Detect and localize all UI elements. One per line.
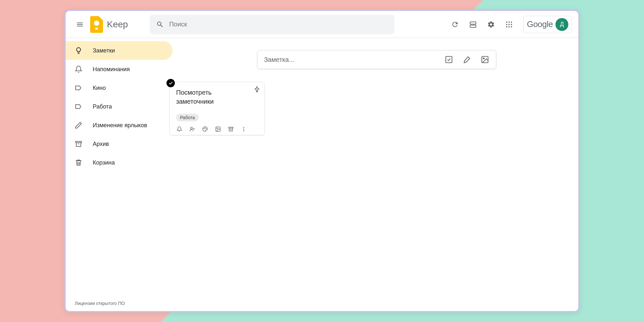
search-input[interactable] [169, 21, 388, 28]
sidebar-item-label: Изменение ярлыков [93, 122, 147, 129]
note-select-button[interactable] [166, 79, 175, 87]
new-checklist-button[interactable] [444, 55, 453, 64]
svg-point-18 [206, 128, 207, 129]
sidebar-item-label: Работа [93, 103, 112, 110]
avatar[interactable]: Д [555, 18, 568, 31]
compose-bar[interactable]: Заметка... [257, 50, 496, 69]
svg-point-5 [506, 24, 507, 25]
new-image-button[interactable] [480, 55, 489, 64]
bell-icon [75, 65, 82, 73]
svg-point-10 [511, 26, 512, 27]
refresh-button[interactable] [447, 17, 463, 32]
bell-icon [176, 126, 182, 132]
search-icon [156, 21, 164, 28]
new-drawing-button[interactable] [462, 55, 471, 64]
svg-point-4 [511, 21, 512, 23]
svg-point-7 [511, 24, 512, 25]
sidebar-item-label: Напоминания [93, 66, 130, 73]
note-more-button[interactable] [241, 126, 247, 132]
list-view-icon [469, 21, 477, 28]
more-vert-icon [241, 126, 247, 132]
archive-icon [228, 126, 234, 132]
svg-point-20 [217, 128, 217, 128]
svg-point-22 [243, 127, 244, 128]
svg-point-14 [483, 58, 484, 59]
svg-point-8 [506, 26, 507, 27]
note-card[interactable]: Посмотреть заметочники Работа [169, 82, 265, 135]
sidebar-item-trash[interactable]: Корзина [66, 153, 173, 172]
account-box[interactable]: Google Д [523, 16, 572, 33]
sidebar: Заметки Напоминания Кино Работа Изменени… [66, 38, 175, 311]
note-title: Посмотреть заметочники [176, 88, 258, 106]
notes-grid: Посмотреть заметочники Работа [188, 82, 565, 135]
svg-point-23 [243, 129, 244, 130]
sidebar-item-edit-labels[interactable]: Изменение ярлыков [66, 116, 173, 135]
sidebar-item-notes[interactable]: Заметки [66, 41, 173, 60]
google-label: Google [527, 19, 553, 29]
image-icon [215, 126, 221, 132]
palette-icon [202, 126, 208, 132]
svg-rect-21 [229, 127, 233, 128]
brush-icon [463, 55, 471, 64]
svg-point-6 [508, 24, 510, 25]
header: Keep Google Д [66, 11, 578, 38]
svg-point-24 [243, 130, 244, 131]
trash-icon [75, 159, 82, 166]
sidebar-item-archive[interactable]: Архив [66, 135, 173, 153]
svg-rect-0 [470, 22, 476, 24]
app-title: Keep [107, 19, 128, 30]
svg-point-16 [204, 128, 204, 129]
pin-button[interactable] [253, 86, 260, 94]
checkbox-icon [445, 55, 453, 64]
pencil-icon [75, 121, 82, 129]
app-window: Keep Google Д [64, 10, 580, 312]
sidebar-item-label-cinema[interactable]: Кино [66, 79, 173, 97]
keep-logo-icon [90, 16, 103, 33]
svg-point-9 [508, 26, 510, 27]
note-add-image-button[interactable] [215, 126, 221, 132]
settings-button[interactable] [483, 17, 499, 32]
main-menu-button[interactable] [72, 17, 88, 32]
header-actions: Google Д [447, 16, 572, 33]
label-icon [75, 103, 82, 110]
svg-point-3 [508, 21, 510, 23]
sidebar-item-label: Корзина [93, 159, 115, 166]
sidebar-item-label: Заметки [93, 47, 115, 54]
hamburger-icon [76, 21, 84, 28]
note-color-button[interactable] [202, 126, 208, 132]
sidebar-item-label-work[interactable]: Работа [66, 97, 173, 116]
lightbulb-icon [75, 47, 82, 54]
label-icon [75, 84, 82, 92]
sidebar-item-label: Архив [93, 141, 109, 147]
note-collaborator-button[interactable] [189, 126, 195, 132]
gear-icon [487, 21, 495, 28]
svg-rect-1 [470, 25, 476, 27]
apps-grid-icon [506, 21, 513, 28]
apps-button[interactable] [501, 17, 517, 32]
note-label-chip[interactable]: Работа [176, 114, 199, 121]
search-box[interactable] [150, 15, 394, 34]
refresh-icon [451, 21, 459, 28]
compose-placeholder: Заметка... [264, 56, 444, 63]
note-archive-button[interactable] [228, 126, 234, 132]
checkmark-icon [168, 80, 173, 86]
image-icon [481, 55, 489, 64]
svg-point-15 [191, 127, 193, 129]
sidebar-item-reminders[interactable]: Напоминания [66, 60, 173, 79]
sidebar-item-label: Кино [93, 85, 106, 91]
footer-license-link[interactable]: Лицензии открытого ПО [75, 301, 125, 306]
body: Заметки Напоминания Кино Работа Изменени… [66, 38, 578, 311]
person-add-icon [189, 126, 195, 132]
svg-point-2 [506, 21, 507, 23]
svg-rect-12 [446, 56, 452, 63]
svg-point-17 [205, 128, 205, 128]
svg-rect-11 [76, 141, 81, 143]
logo-block: Keep [90, 16, 128, 33]
archive-icon [75, 140, 82, 148]
pin-icon [253, 86, 260, 93]
note-remind-button[interactable] [176, 126, 183, 132]
main-content: Заметка... Посмотреть заметочники Р [175, 38, 578, 311]
list-view-button[interactable] [465, 17, 481, 32]
note-toolbar [176, 126, 258, 132]
